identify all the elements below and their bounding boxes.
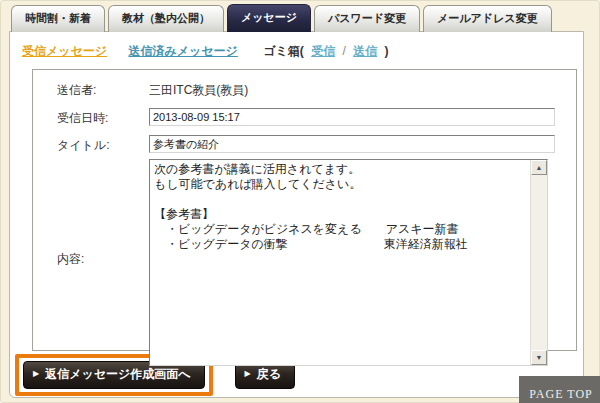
tab-materials[interactable]: 教材（塾内公開） bbox=[108, 5, 224, 32]
scroll-up-icon[interactable]: ▲ bbox=[531, 160, 547, 175]
trash-received-link[interactable]: 受信 bbox=[311, 44, 335, 58]
back-button-label: 戻る bbox=[257, 366, 281, 383]
message-detail-form: 送信者: 三田ITC教員(教員) 受信日時: タイトル: 内容: 次の参考書が講… bbox=[32, 69, 577, 351]
title-row: タイトル: bbox=[33, 135, 576, 154]
trash-sent-link[interactable]: 送信 bbox=[353, 44, 377, 58]
arrow-right-icon: ▶ bbox=[245, 369, 251, 378]
body-label: 内容: bbox=[57, 159, 149, 268]
arrow-right-icon: ▶ bbox=[33, 369, 39, 378]
page-top-button[interactable]: PAGE TOP bbox=[519, 376, 600, 403]
sender-value: 三田ITC教員(教員) bbox=[149, 80, 248, 99]
trash-label: ゴミ箱( bbox=[263, 44, 304, 58]
received-datetime-row: 受信日時: bbox=[33, 108, 576, 127]
tab-email-change[interactable]: メールアドレス変更 bbox=[423, 5, 552, 32]
received-datetime-field[interactable] bbox=[149, 108, 555, 126]
message-body-textarea[interactable]: 次の参考書が講義に活用されてます。 もし可能であれば購入してください。 【参考書… bbox=[149, 159, 548, 366]
tab-password-change[interactable]: パスワード変更 bbox=[314, 5, 420, 32]
sender-row: 送信者: 三田ITC教員(教員) bbox=[33, 80, 576, 99]
trash-separator: / bbox=[342, 44, 345, 58]
title-label: タイトル: bbox=[57, 135, 149, 154]
page-background: 時間割・新着 教材（塾内公開） メッセージ パスワード変更 メールアドレス変更 … bbox=[0, 0, 600, 403]
body-row: 内容: 次の参考書が講義に活用されてます。 もし可能であれば購入してください。 … bbox=[33, 159, 576, 366]
textarea-scrollbar[interactable]: ▲ ▼ bbox=[530, 160, 547, 365]
sent-messages-link[interactable]: 送信済みメッセージ bbox=[128, 44, 237, 58]
message-nav: 受信メッセージ 送信済みメッセージ ゴミ箱( 受信 / 送信 ) bbox=[10, 32, 583, 60]
tab-bar: 時間割・新着 教材（塾内公開） メッセージ パスワード変更 メールアドレス変更 bbox=[11, 6, 555, 32]
message-body-text: 次の参考書が講義に活用されてます。 もし可能であれば購入してください。 【参考書… bbox=[150, 160, 530, 365]
scroll-down-icon[interactable]: ▼ bbox=[531, 350, 547, 365]
inbox-messages-link[interactable]: 受信メッセージ bbox=[22, 44, 107, 58]
reply-message-button-label: 返信メッセージ作成画面へ bbox=[45, 366, 190, 383]
received-datetime-label: 受信日時: bbox=[57, 108, 149, 127]
trash-label-close: ) bbox=[385, 44, 389, 58]
tab-messages[interactable]: メッセージ bbox=[227, 4, 311, 32]
content-panel: 受信メッセージ 送信済みメッセージ ゴミ箱( 受信 / 送信 ) 送信者: 三田… bbox=[9, 31, 584, 398]
sender-label: 送信者: bbox=[57, 80, 149, 99]
tab-timetable-news[interactable]: 時間割・新着 bbox=[11, 5, 105, 32]
title-field[interactable] bbox=[149, 135, 555, 153]
